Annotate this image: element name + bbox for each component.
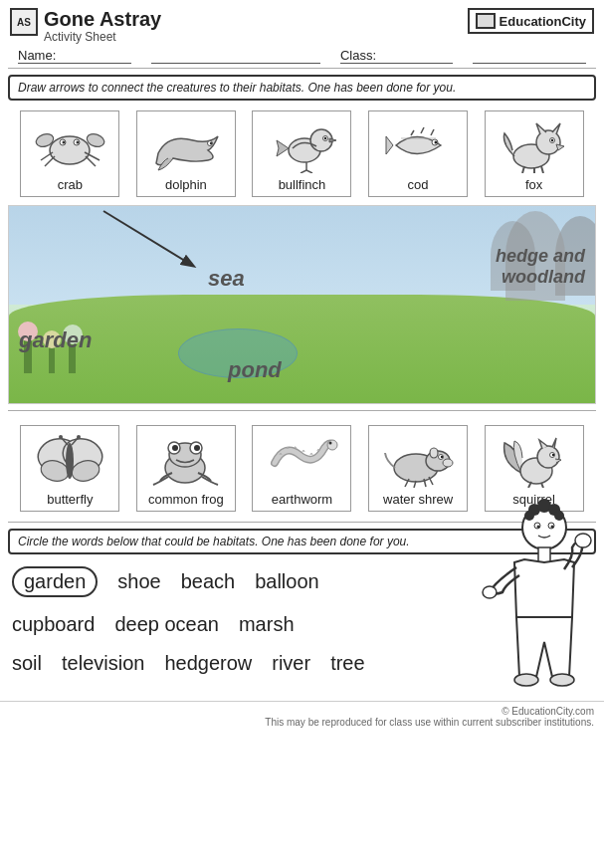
shrew-label: water shrew xyxy=(383,492,453,507)
shrew-image xyxy=(378,430,458,490)
hedge-habitat-label: hedge andwoodland xyxy=(496,246,585,288)
crab-label: crab xyxy=(58,177,83,192)
svg-point-79 xyxy=(550,674,574,686)
pond-habitat-label: pond xyxy=(228,357,282,383)
svg-point-73 xyxy=(537,526,540,529)
page-footer: © EducationCity.com This may be reproduc… xyxy=(0,701,604,732)
svg-point-45 xyxy=(172,445,178,451)
word-shoe[interactable]: shoe xyxy=(117,570,160,593)
animal-card-cod: cod xyxy=(368,110,468,197)
dolphin-image xyxy=(146,115,226,175)
svg-point-40 xyxy=(77,435,81,439)
svg-point-48 xyxy=(328,441,331,444)
animal-card-bullfinch: bullfinch xyxy=(252,110,351,197)
animal-card-crab: crab xyxy=(20,110,119,197)
sea-habitat-label: sea xyxy=(208,266,245,292)
svg-point-76 xyxy=(575,534,591,547)
word-marsh[interactable]: marsh xyxy=(239,613,295,636)
svg-point-74 xyxy=(551,526,554,529)
word-tree[interactable]: tree xyxy=(330,652,364,675)
svg-point-70 xyxy=(554,511,564,521)
svg-line-18 xyxy=(301,170,306,173)
word-river[interactable]: river xyxy=(272,652,310,675)
icon-text: AS xyxy=(17,17,31,28)
svg-point-38 xyxy=(59,435,63,439)
animal-card-shrew: water shrew xyxy=(368,425,468,512)
svg-point-26 xyxy=(551,138,553,140)
separator-1 xyxy=(8,410,596,411)
class-label: Class: xyxy=(340,48,454,64)
name-class-row: Name: Class: xyxy=(8,46,596,69)
animal-card-frog: common frog xyxy=(136,425,236,512)
word-deep-ocean[interactable]: deep ocean xyxy=(114,613,219,636)
word-cupboard[interactable]: cupboard xyxy=(12,613,95,636)
svg-point-78 xyxy=(514,674,538,686)
svg-point-51 xyxy=(443,459,453,467)
animal-card-butterfly: butterfly xyxy=(20,425,119,512)
instruction-2-text: Circle the words below that could be hab… xyxy=(18,535,410,548)
crab-image xyxy=(30,115,109,175)
svg-point-60 xyxy=(537,446,559,468)
butterfly-image xyxy=(30,430,109,490)
svg-line-64 xyxy=(541,483,543,488)
title-block: AS Gone Astray Activity Sheet xyxy=(10,8,161,44)
svg-point-69 xyxy=(524,511,534,521)
svg-point-0 xyxy=(50,136,90,164)
character-illustration xyxy=(465,498,594,697)
fox-label: fox xyxy=(525,177,542,192)
animal-card-earthworm: earthworm xyxy=(252,425,351,512)
footer-note: This may be reproduced for class use wit… xyxy=(265,717,594,728)
cod-image xyxy=(378,115,458,175)
subtitle: Activity Sheet xyxy=(44,30,161,44)
svg-rect-75 xyxy=(538,547,550,562)
name-value xyxy=(151,48,320,64)
svg-line-4 xyxy=(45,156,55,166)
svg-point-53 xyxy=(440,455,442,457)
monitor-icon xyxy=(476,13,496,29)
cod-label: cod xyxy=(408,177,429,192)
frog-label: common frog xyxy=(148,492,224,507)
fox-image xyxy=(495,115,574,175)
class-value xyxy=(473,48,586,64)
svg-point-36 xyxy=(66,443,74,479)
svg-point-12 xyxy=(210,141,212,143)
footer-website: © EducationCity.com xyxy=(502,706,594,717)
animal-card-fox: fox xyxy=(485,110,584,197)
animal-card-dolphin: dolphin xyxy=(136,110,236,197)
svg-point-46 xyxy=(194,445,200,451)
instruction-1-text: Draw arrows to connect the creatures to … xyxy=(18,81,456,95)
title-icon: AS xyxy=(10,8,38,36)
word-television[interactable]: television xyxy=(62,652,144,675)
svg-point-9 xyxy=(62,140,65,143)
squirrel-image xyxy=(495,430,574,490)
svg-point-62 xyxy=(552,453,554,455)
title-text: Gone Astray Activity Sheet xyxy=(44,8,161,44)
logo-text: EducationCity xyxy=(500,14,586,29)
name-label: Name: xyxy=(18,48,131,64)
word-garden[interactable]: garden xyxy=(12,566,98,597)
worm-image xyxy=(262,430,341,490)
edu-city-logo: EducationCity xyxy=(468,8,594,34)
word-balloon[interactable]: balloon xyxy=(255,570,319,593)
svg-point-77 xyxy=(483,586,497,598)
page-header: AS Gone Astray Activity Sheet EducationC… xyxy=(0,0,604,46)
word-beach[interactable]: beach xyxy=(181,570,236,593)
instruction-box-1: Draw arrows to connect the creatures to … xyxy=(8,75,596,101)
butterfly-label: butterfly xyxy=(47,492,93,507)
dolphin-label: dolphin xyxy=(165,177,207,192)
svg-point-21 xyxy=(434,140,437,143)
word-soil[interactable]: soil xyxy=(12,652,42,675)
bullfinch-image xyxy=(262,115,341,175)
top-animals-row: crab dolphin xyxy=(4,107,600,201)
bullfinch-label: bullfinch xyxy=(279,177,326,192)
svg-line-19 xyxy=(306,170,312,173)
svg-point-10 xyxy=(76,140,79,143)
words-section: garden shoe beach balloon cupboard deep … xyxy=(0,560,604,697)
frog-image xyxy=(146,430,226,490)
worm-label: earthworm xyxy=(272,492,332,507)
word-hedgerow[interactable]: hedgerow xyxy=(164,652,252,675)
page-title: Gone Astray xyxy=(44,8,161,30)
garden-habitat-label: garden xyxy=(19,327,92,353)
habitat-illustration: sea garden pond hedge andwoodland xyxy=(8,205,596,404)
svg-line-29 xyxy=(541,166,543,173)
